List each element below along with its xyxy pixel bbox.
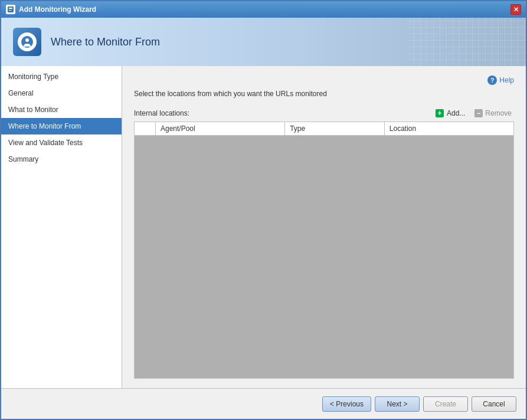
col-header-type: Type	[285, 122, 385, 135]
remove-icon: −	[474, 109, 483, 117]
sidebar-item-where-to-monitor[interactable]: Where to Monitor From	[1, 118, 122, 134]
add-label: Add...	[447, 109, 465, 117]
table-body	[135, 136, 513, 378]
help-label: Help	[499, 76, 514, 84]
title-bar-left: Add Monitoring Wizard	[6, 5, 96, 14]
header-decoration	[408, 18, 526, 66]
remove-button[interactable]: − Remove	[472, 107, 514, 119]
locations-label: Internal locations:	[134, 109, 189, 117]
svg-rect-2	[9, 10, 11, 11]
svg-point-4	[25, 38, 29, 42]
sidebar-item-view-validate[interactable]: View and Validate Tests	[1, 134, 122, 151]
close-button[interactable]: ✕	[510, 4, 521, 15]
locations-table: Agent/Pool Type Location	[134, 122, 514, 379]
help-row: ? Help	[134, 76, 514, 85]
header-icon	[13, 28, 41, 56]
previous-button[interactable]: < Previous	[322, 396, 371, 412]
sidebar: Monitoring Type General What to Monitor …	[1, 66, 122, 388]
sidebar-item-summary[interactable]: Summary	[1, 151, 122, 168]
footer: < Previous Next > Create Cancel	[1, 388, 526, 419]
svg-rect-1	[9, 8, 12, 9]
help-icon: ?	[487, 76, 497, 85]
toolbar-buttons: + Add... − Remove	[433, 107, 514, 119]
wizard-window: Add Monitoring Wizard ✕ Where to Monitor…	[0, 0, 527, 420]
instruction-text: Select the locations from which you want…	[134, 90, 514, 98]
content-area: Monitoring Type General What to Monitor …	[1, 66, 526, 388]
help-link[interactable]: ? Help	[487, 76, 514, 85]
create-button[interactable]: Create	[423, 396, 468, 412]
cancel-button[interactable]: Cancel	[472, 396, 516, 412]
main-panel: ? Help Select the locations from which y…	[122, 66, 526, 388]
add-icon: +	[435, 109, 444, 118]
locations-section: Internal locations: + Add... − Remove	[134, 107, 514, 379]
sidebar-item-general[interactable]: General	[1, 85, 122, 101]
col-header-location: Location	[385, 122, 513, 135]
remove-label: Remove	[485, 109, 512, 117]
add-button[interactable]: + Add...	[433, 107, 467, 119]
col-header-agent: Agent/Pool	[156, 122, 285, 135]
sidebar-item-monitoring-type[interactable]: Monitoring Type	[1, 68, 122, 85]
add-icon-bg: +	[436, 109, 444, 117]
title-bar: Add Monitoring Wizard ✕	[1, 1, 526, 18]
header-title: Where to Monitor From	[51, 36, 160, 48]
window-title: Add Monitoring Wizard	[19, 5, 96, 14]
header-icon-inner	[18, 32, 37, 51]
locations-toolbar: Internal locations: + Add... − Remove	[134, 107, 514, 119]
header-band: Where to Monitor From	[1, 18, 526, 66]
window-icon	[6, 5, 15, 14]
table-header: Agent/Pool Type Location	[135, 122, 513, 136]
sidebar-item-what-to-monitor[interactable]: What to Monitor	[1, 101, 122, 118]
next-button[interactable]: Next >	[375, 396, 420, 412]
col-header-checkbox	[135, 122, 156, 135]
svg-rect-0	[8, 6, 14, 12]
